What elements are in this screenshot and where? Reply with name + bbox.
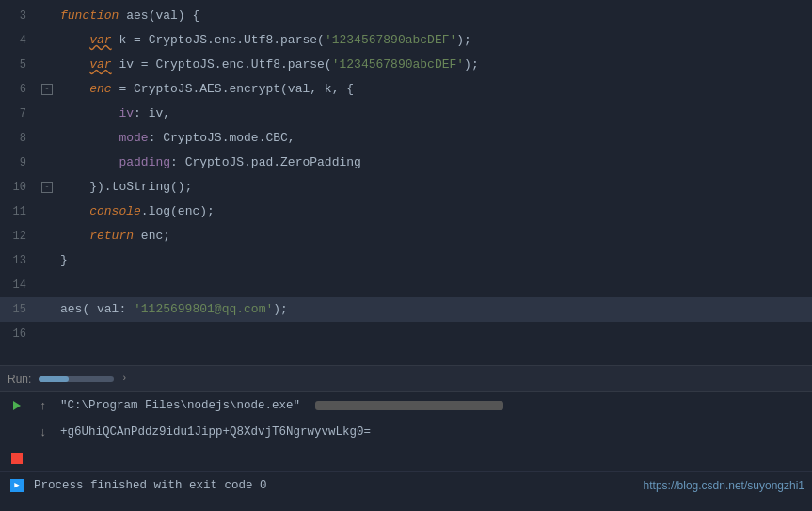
line-content-7: iv: iv, — [56, 102, 812, 126]
stop-icon-container[interactable] — [8, 449, 26, 468]
stop-square — [11, 453, 23, 464]
text-aes-func: aes(val) { — [119, 8, 199, 23]
blurred-args — [315, 401, 503, 410]
up-arrow: ↑ — [40, 399, 47, 413]
line-number-9: 9 — [0, 156, 38, 169]
prop-mode: mode — [119, 131, 148, 145]
keyword-var-iv: var — [89, 57, 111, 72]
play-icon[interactable] — [8, 396, 26, 415]
process-finished-text: Process finished with exit code 0 — [34, 479, 267, 492]
keyword-console: console — [89, 204, 141, 218]
terminal-body: ↑ "C:\Program Files\nodejs\node.exe" ↓ +… — [0, 392, 812, 511]
line-number-13: 13 — [0, 254, 38, 267]
up-arrow-icon: ↑ — [34, 396, 53, 415]
run-label: Run: — [8, 373, 31, 386]
fold-icon-10[interactable]: - — [41, 182, 53, 193]
down-arrow-icon: ↓ — [34, 423, 53, 441]
line-number-14: 14 — [0, 279, 38, 292]
down-icon — [8, 423, 26, 441]
node-command: "C:\Program Files\nodejs\node.exe" — [60, 399, 300, 412]
prop-padding: padding — [119, 155, 170, 169]
terminal-line-4: ▶ Process finished with exit code 0 http… — [0, 471, 812, 498]
line-content-11: console.log(enc); — [56, 200, 812, 224]
code-line-13: 13 } — [0, 248, 812, 273]
line-content-9: padding: CryptoJS.pad.ZeroPadding — [56, 151, 812, 175]
terminal-line-3 — [0, 445, 812, 471]
line-content-12: return enc; — [56, 224, 812, 248]
code-line-3: 3 function aes(val) { — [0, 4, 812, 28]
code-line-12: 12 return enc; — [0, 224, 812, 248]
code-line-9: 9 padding: CryptoJS.pad.ZeroPadding — [0, 151, 812, 175]
terminal-line-2: ↓ +g6UhiQCAnPddz9idu1Jipp+Q8XdvjT6Ngrwyv… — [0, 419, 812, 445]
terminal-panel: Run: › ↑ "C:\Program Files\nodejs\node.e… — [0, 365, 812, 511]
line-number-16: 16 — [0, 327, 38, 341]
code-line-4: 4 var k = CryptoJS.enc.Utf8.parse('12345… — [0, 28, 812, 53]
line-number-15: 15 — [0, 303, 38, 316]
line-content-4: var k = CryptoJS.enc.Utf8.parse('1234567… — [56, 28, 812, 53]
line-number-4: 4 — [0, 34, 38, 47]
line-content-5: var iv = CryptoJS.enc.Utf8.parse('123456… — [56, 53, 812, 77]
line-number-7: 7 — [0, 107, 38, 120]
terminal-toolbar: Run: › — [0, 366, 812, 392]
process-line-content: Process finished with exit code 0 https:… — [34, 479, 804, 492]
line-number-5: 5 — [0, 58, 38, 72]
code-line-5: 5 var iv = CryptoJS.enc.Utf8.parse('1234… — [0, 53, 812, 77]
line-content-13: } — [56, 248, 812, 273]
line-number-8: 8 — [0, 132, 38, 145]
code-line-11: 11 console.log(enc); — [0, 200, 812, 224]
code-line-10: 10 - }).toString(); — [0, 175, 812, 200]
terminal-progress-fill — [39, 376, 69, 382]
keyword-return: return — [89, 229, 134, 243]
string-k-val: '1234567890abcDEF' — [325, 33, 456, 47]
string-email: '1125699801@qq.com' — [134, 302, 273, 316]
keyword-enc: enc — [89, 82, 111, 96]
line-number-12: 12 — [0, 230, 38, 243]
blue-icon-text: ▶ — [14, 480, 19, 490]
code-editor: 3 function aes(val) { 4 var k = CryptoJS… — [0, 0, 812, 365]
line-content-10: }).toString(); — [56, 175, 812, 200]
scroll-arrow[interactable]: › — [121, 374, 127, 384]
line-content-3: function aes(val) { — [56, 4, 812, 28]
gutter-6[interactable]: - — [38, 84, 56, 95]
fold-icon-6[interactable]: - — [41, 84, 53, 95]
line-number-6: 6 — [0, 83, 38, 96]
keyword-function: function — [60, 8, 119, 23]
hash-output: +g6UhiQCAnPddz9idu1Jipp+Q8XdvjT6NgrwyvwL… — [60, 425, 371, 439]
csdn-link[interactable]: https://blog.csdn.net/suyongzhi1 — [644, 479, 804, 492]
code-line-8: 8 mode: CryptoJS.mode.CBC, — [0, 126, 812, 151]
line-content-8: mode: CryptoJS.mode.CBC, — [56, 126, 812, 151]
blue-square-icon: ▶ — [10, 479, 24, 492]
line-content-15: aes( val: '1125699801@qq.com'); — [56, 297, 812, 322]
keyword-var-k: var — [89, 33, 111, 47]
code-line-6: 6 - enc = CryptoJS.AES.encrypt(val, k, { — [0, 77, 812, 102]
code-line-7: 7 iv: iv, — [0, 102, 812, 126]
terminal-line-1: ↑ "C:\Program Files\nodejs\node.exe" — [0, 392, 812, 419]
string-iv-val: '1234567890abcDEF' — [332, 57, 464, 72]
line-number-3: 3 — [0, 9, 38, 23]
play-triangle — [13, 401, 21, 410]
line-number-10: 10 — [0, 181, 38, 194]
line-content-6: enc = CryptoJS.AES.encrypt(val, k, { — [56, 77, 812, 102]
code-line-15: 15 aes( val: '1125699801@qq.com'); — [0, 297, 812, 322]
terminal-progress-bar — [39, 376, 114, 382]
gutter-10[interactable]: - — [38, 182, 56, 193]
prop-iv: iv — [119, 106, 134, 120]
line-number-11: 11 — [0, 205, 38, 218]
code-line-14: 14 — [0, 273, 812, 297]
code-line-16: 16 — [0, 322, 812, 346]
blue-icon-container: ▶ — [8, 476, 26, 495]
